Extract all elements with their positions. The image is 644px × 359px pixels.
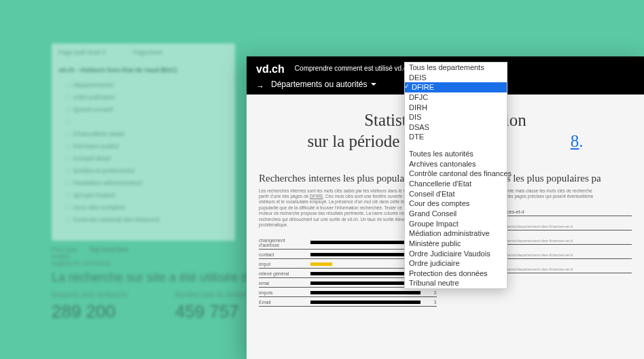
dropdown-item[interactable]: Grand Conseil (405, 209, 507, 219)
dropdown-item[interactable]: DFIRE (405, 82, 507, 92)
dropdown-item[interactable]: DFJC (405, 92, 507, 103)
dropdown-item[interactable]: Protection des données (405, 269, 507, 279)
brand[interactable]: vd.ch (256, 63, 285, 75)
dropdown-item[interactable]: Groupe Impact (405, 219, 507, 229)
department-dropdown-trigger[interactable]: Départements ou autorités (271, 80, 376, 89)
bg-analytics-panel: Page path level 2 Pageviews vd.ch - Visi… (52, 44, 235, 241)
result-row: Email3 (259, 297, 437, 307)
bg-panel-rows: /departements/ordre-judiciaire//grand-co… (52, 79, 235, 226)
dropdown-item[interactable]: DIS (405, 112, 507, 122)
dropdown-item[interactable]: DEIS (405, 73, 507, 83)
dropdown-item[interactable]: Ministère public (405, 239, 507, 249)
dropdown-item[interactable]: Contrôle cantonal des finances (405, 169, 507, 179)
dropdown-item[interactable]: DTE (405, 132, 507, 142)
dropdown-item[interactable]: Toutes les autorités (405, 149, 507, 159)
dropdown-item[interactable]: Médiation administrative (405, 228, 507, 239)
dropdown-item[interactable]: Ordre judiciaire (405, 258, 507, 269)
dropdown-item[interactable]: Cour des comptes (405, 199, 507, 209)
dropdown-item[interactable]: Conseil d'Etat (405, 189, 507, 199)
arrow-right-icon (256, 82, 266, 87)
dropdown-item[interactable]: DIRH (405, 103, 507, 113)
dropdown-item[interactable]: Tribunal neutre (405, 278, 507, 288)
dropdown-group-2: Toutes les autoritésArchives cantonalesC… (405, 149, 507, 288)
browser-window: vd.ch Comprendre comment est utilisé vd.… (247, 56, 644, 359)
dropdown-item[interactable]: Archives cantonales (405, 159, 507, 169)
dropdown-item[interactable]: Ordre Judiciaire Vaudois (405, 249, 507, 259)
dropdown-item[interactable]: Chancellerie d'Etat (405, 179, 507, 189)
dropdown-group-1: Tous les departementsDEISDFIREDFJCDIRHDI… (405, 63, 507, 142)
dropdown-item[interactable]: DSAS (405, 122, 507, 133)
dropdown-item[interactable]: Tous les departements (405, 63, 507, 73)
department-dropdown[interactable]: Tous les departementsDEISDFIREDFJCDIRHDI… (404, 62, 507, 289)
